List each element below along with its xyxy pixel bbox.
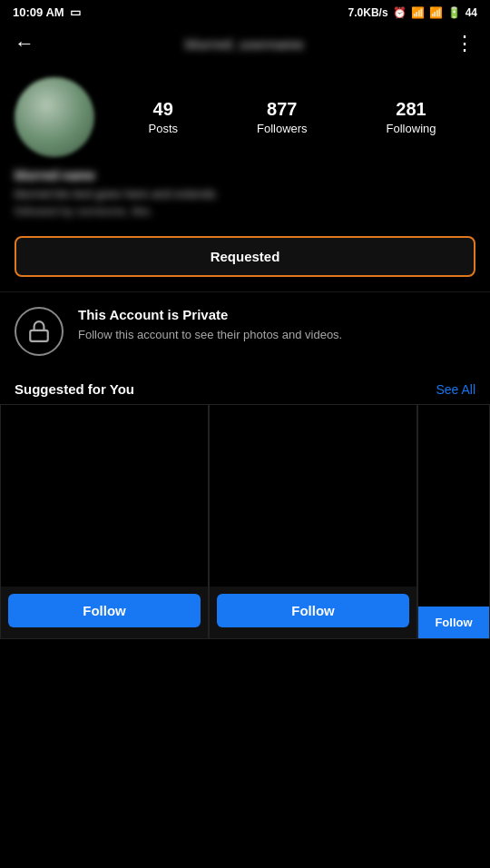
posts-label: Posts <box>148 122 178 135</box>
stats-row: 49 Posts 877 Followers 281 Following <box>109 99 475 135</box>
following-label: Following <box>387 122 436 135</box>
posts-count: 49 <box>153 99 173 120</box>
suggested-header: Suggested for You See All <box>0 370 490 404</box>
card-2-image <box>210 405 416 587</box>
bio-section: blurred name blurred bio text goes here … <box>0 164 490 229</box>
suggested-title: Suggested for You <box>15 381 134 397</box>
bio-name: blurred name <box>15 168 475 182</box>
follow-button-2[interactable]: Follow <box>217 594 409 627</box>
see-all-link[interactable]: See All <box>436 382 475 397</box>
suggested-card-2: Follow <box>209 404 417 639</box>
alarm-icon: ⏰ <box>393 6 407 19</box>
nav-username: blurred_username <box>185 36 304 52</box>
avatar <box>15 77 94 157</box>
requested-button[interactable]: Requested <box>15 236 475 277</box>
followers-label: Followers <box>257 122 308 135</box>
svg-rect-0 <box>30 330 48 341</box>
requested-wrapper: Requested <box>0 229 490 291</box>
network-speed: 7.0KB/s <box>348 6 388 19</box>
posts-stat: 49 Posts <box>148 99 178 135</box>
suggested-card-1: Follow <box>0 404 209 639</box>
bio-text: blurred bio text goes here and extends <box>15 186 475 202</box>
time-display: 10:09 AM <box>13 5 64 19</box>
private-description: Follow this account to see their photos … <box>78 326 342 344</box>
private-title: This Account is Private <box>78 307 342 322</box>
wifi-icon: 📶 <box>429 6 443 19</box>
signal-icon: 📶 <box>411 6 425 19</box>
top-navigation: ← blurred_username ⋮ <box>0 25 490 63</box>
lock-circle <box>15 307 64 356</box>
card-1-image <box>1 405 208 587</box>
followers-stat[interactable]: 877 Followers <box>257 99 308 135</box>
following-count: 281 <box>396 99 426 120</box>
suggested-cards-row: Follow Follow Follow <box>0 404 490 639</box>
more-options-button[interactable]: ⋮ <box>455 32 475 55</box>
battery-icon: 🔋 <box>447 6 461 19</box>
following-stat[interactable]: 281 Following <box>387 99 436 135</box>
bio-link: followed by someone, like. <box>15 204 475 218</box>
status-bar: 10:09 AM ▭ 7.0KB/s ⏰ 📶 📶 🔋 44 <box>0 0 490 25</box>
follow-button-3[interactable]: Follow <box>418 607 489 638</box>
back-button[interactable]: ← <box>15 32 34 55</box>
battery-level: 44 <box>466 6 477 19</box>
profile-section: 49 Posts 877 Followers 281 Following <box>0 63 490 164</box>
private-text: This Account is Private Follow this acco… <box>78 307 342 344</box>
card-3-image <box>418 405 489 607</box>
follow-button-1[interactable]: Follow <box>8 594 201 627</box>
followers-count: 877 <box>267 99 297 120</box>
private-account-section: This Account is Private Follow this acco… <box>0 291 490 370</box>
lock-icon <box>27 320 51 343</box>
screen-icon: ▭ <box>70 5 81 19</box>
suggested-card-3: Follow <box>417 404 490 639</box>
